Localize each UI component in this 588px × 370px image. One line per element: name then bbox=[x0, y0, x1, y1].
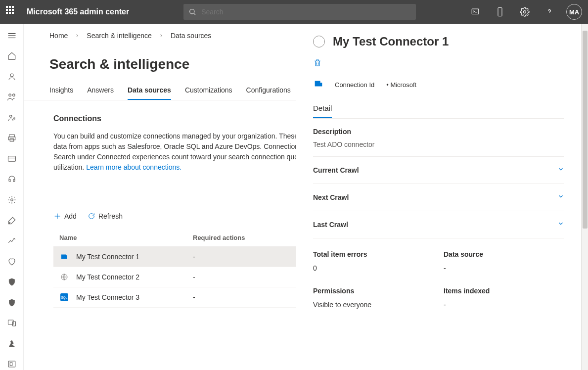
svg-rect-16 bbox=[8, 156, 15, 162]
refresh-label: Refresh bbox=[98, 212, 123, 220]
row-name: My Test Connector 3 bbox=[76, 293, 193, 301]
svg-point-4 bbox=[524, 11, 526, 13]
panel-scrollbar[interactable] bbox=[581, 24, 588, 370]
chevron-down-icon bbox=[557, 220, 564, 229]
plus-icon bbox=[53, 212, 61, 220]
nav-compliance-icon[interactable] bbox=[4, 297, 20, 309]
nav-billing-icon[interactable] bbox=[4, 153, 20, 165]
stat-data-source: Data source- bbox=[444, 250, 564, 272]
chevron-down-icon bbox=[557, 166, 564, 175]
app-title: Microsoft 365 admin center bbox=[27, 7, 129, 16]
row-name: My Test Connector 2 bbox=[76, 273, 193, 281]
breadcrumb-datasources: Data sources bbox=[171, 32, 211, 40]
nav-settings-icon[interactable] bbox=[4, 194, 20, 206]
svg-point-19 bbox=[9, 222, 10, 223]
breadcrumb-home[interactable]: Home bbox=[49, 32, 68, 40]
svg-point-0 bbox=[190, 9, 194, 14]
svg-point-8 bbox=[10, 74, 13, 77]
nav-support-icon[interactable] bbox=[4, 174, 20, 185]
nav-exchange-icon[interactable] bbox=[4, 359, 20, 370]
tab-configurations[interactable]: Configurations bbox=[246, 82, 291, 100]
svg-rect-2 bbox=[472, 9, 479, 14]
connection-source: • Microsoft bbox=[386, 81, 416, 89]
nav-endpoint-icon[interactable] bbox=[4, 317, 20, 329]
col-name[interactable]: Name bbox=[59, 234, 193, 241]
svg-text:SQL: SQL bbox=[61, 296, 68, 300]
add-button[interactable]: Add bbox=[53, 212, 77, 220]
svg-point-11 bbox=[9, 115, 12, 118]
sql-blue-icon: SQL bbox=[59, 292, 69, 302]
left-nav bbox=[0, 24, 24, 370]
help-icon[interactable] bbox=[542, 4, 557, 20]
panel-tab-detail[interactable]: Detail bbox=[313, 100, 332, 118]
row-name: My Test Connector 1 bbox=[76, 253, 193, 261]
refresh-icon bbox=[88, 212, 95, 220]
description-value: Test ADO connector bbox=[313, 140, 564, 148]
accordion-next-crawl[interactable]: Next Crawl bbox=[313, 184, 564, 211]
stat-total-item-errors: Total item errors0 bbox=[313, 250, 434, 272]
svg-rect-13 bbox=[9, 135, 14, 138]
svg-line-1 bbox=[194, 13, 195, 15]
connection-id-label: Connection Id bbox=[335, 81, 374, 89]
settings-gear-icon[interactable] bbox=[517, 4, 533, 20]
tab-insights[interactable]: Insights bbox=[49, 82, 73, 100]
nav-roles-icon[interactable] bbox=[4, 112, 20, 124]
tab-answers[interactable]: Answers bbox=[87, 82, 114, 100]
search-icon bbox=[188, 8, 196, 16]
device-icon[interactable] bbox=[492, 4, 508, 20]
nav-home-icon[interactable] bbox=[4, 50, 20, 62]
svg-point-9 bbox=[8, 94, 11, 96]
nav-user-icon[interactable] bbox=[4, 71, 20, 83]
connector-blue-icon bbox=[59, 252, 69, 262]
svg-rect-14 bbox=[8, 137, 15, 140]
user-avatar[interactable]: MA bbox=[566, 4, 582, 20]
nav-security-icon[interactable] bbox=[4, 276, 20, 288]
svg-rect-22 bbox=[8, 361, 15, 367]
nav-azure-icon[interactable] bbox=[4, 338, 20, 350]
add-label: Add bbox=[64, 212, 77, 220]
svg-point-18 bbox=[10, 199, 13, 201]
connections-description: You can build and customize connections … bbox=[53, 131, 330, 173]
svg-point-10 bbox=[12, 94, 15, 96]
stat-permissions: PermissionsVisible to everyone bbox=[313, 287, 434, 309]
description-label: Description bbox=[313, 128, 564, 136]
detail-panel: My Test Connector 1 Connection Id • Micr… bbox=[296, 24, 588, 370]
accordion-current-crawl[interactable]: Current Crawl bbox=[313, 157, 564, 184]
nav-setup-icon[interactable] bbox=[4, 215, 20, 227]
nav-menu-icon[interactable] bbox=[4, 30, 20, 42]
shell-terminal-icon[interactable] bbox=[467, 4, 483, 20]
globe-icon bbox=[59, 272, 69, 282]
chevron-right-icon bbox=[75, 33, 80, 38]
svg-rect-3 bbox=[498, 7, 502, 16]
global-search[interactable] bbox=[183, 4, 416, 20]
delete-icon[interactable] bbox=[313, 58, 322, 69]
refresh-button[interactable]: Refresh bbox=[88, 212, 123, 220]
breadcrumb-search[interactable]: Search & intelligence bbox=[87, 32, 152, 40]
chevron-right-icon bbox=[159, 33, 164, 38]
tab-data-sources[interactable]: Data sources bbox=[128, 82, 171, 100]
tab-customizations[interactable]: Customizations bbox=[185, 82, 232, 100]
search-input[interactable] bbox=[201, 8, 411, 16]
connector-icon bbox=[313, 78, 324, 91]
app-launcher-icon[interactable] bbox=[6, 6, 18, 18]
nav-health-icon[interactable] bbox=[4, 256, 20, 268]
nav-teams-icon[interactable] bbox=[4, 92, 20, 103]
radio-icon[interactable] bbox=[313, 36, 325, 47]
svg-rect-21 bbox=[12, 322, 15, 326]
nav-reports-icon[interactable] bbox=[4, 235, 20, 247]
chevron-down-icon bbox=[557, 193, 564, 202]
svg-rect-23 bbox=[10, 363, 12, 366]
stat-items-indexed: Items indexed- bbox=[444, 287, 564, 309]
nav-print-icon[interactable] bbox=[4, 133, 20, 144]
panel-title: My Test Connector 1 bbox=[333, 35, 449, 48]
learn-more-link[interactable]: Learn more about connections. bbox=[86, 163, 181, 171]
accordion-last-crawl[interactable]: Last Crawl bbox=[313, 211, 564, 238]
